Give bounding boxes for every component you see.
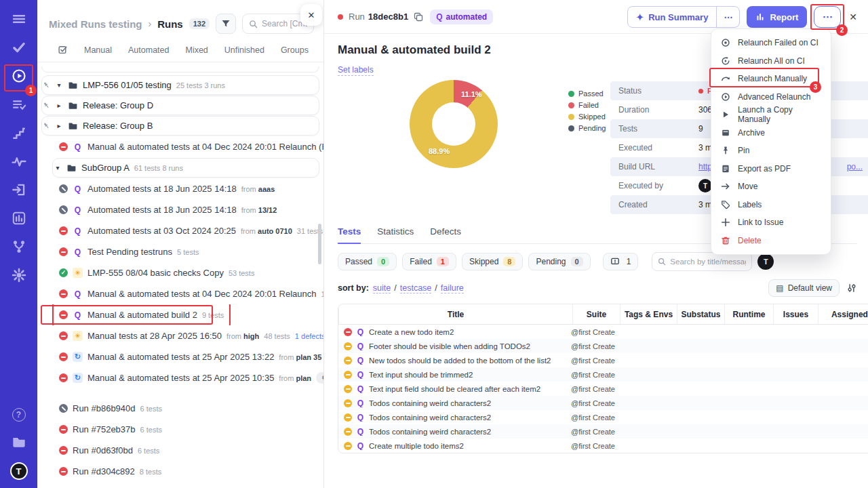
column-header[interactable]: Title (338, 304, 572, 324)
table-row[interactable]: Todos containing weird characters2 @firs… (338, 424, 868, 439)
default-view-button[interactable]: ▤Default view (768, 279, 840, 297)
run-list-item[interactable]: ▾ LMP-556 01/05 testing 25 tests 3 runs (41, 75, 319, 95)
menu-item[interactable]: Pin (711, 142, 831, 160)
run-list-item[interactable]: Manual tests at 28 Apr 2025 16:50 from h… (37, 325, 323, 346)
run-summary-button[interactable]: ✦Run Summary (628, 7, 716, 27)
sidebar-item[interactable] (11, 11, 27, 27)
menu-item[interactable]: Archive (711, 124, 831, 142)
sidebar-item[interactable] (11, 210, 27, 226)
table-row[interactable]: New todos should be added to the bottom … (338, 353, 868, 367)
chevron-icon[interactable]: ▸ (55, 102, 63, 109)
sidebar-item[interactable] (11, 96, 27, 113)
menu-item[interactable]: Move (711, 178, 831, 196)
runs-filter-tab[interactable]: Mixed (185, 45, 208, 55)
table-row[interactable]: Todos containing weird characters2 @firs… (338, 410, 868, 424)
sidebar-item[interactable] (11, 39, 27, 56)
menu-item[interactable]: Advanced Relaunch (711, 88, 831, 106)
filter-button[interactable] (216, 14, 236, 34)
select-runs-icon[interactable] (58, 45, 68, 55)
status-chip[interactable]: Pending 0 (528, 253, 590, 270)
detail-close-button[interactable]: ✕ (848, 10, 859, 24)
column-settings-icon[interactable] (846, 283, 857, 293)
menu-item[interactable]: Relaunch Failed on CI (711, 34, 831, 52)
runs-filter-tab[interactable]: Unfinished (224, 45, 264, 55)
table-row[interactable]: Create multiple todo items2 @first Creat… (338, 439, 868, 453)
menu-item[interactable]: Export as PDF (711, 160, 831, 178)
sort-by-failure[interactable]: failure (441, 283, 464, 293)
build-url-link-end[interactable]: po... (847, 162, 863, 171)
run-list-item[interactable]: Automated tests at 03 Oct 2024 20:25 fro… (37, 220, 323, 241)
tests-search-input[interactable] (670, 258, 746, 266)
run-list-item[interactable]: Run #0d63f0bd 6 tests (37, 440, 323, 461)
menu-item[interactable]: Launch a Copy Manually (711, 106, 831, 124)
sidebar-item[interactable] (11, 239, 27, 255)
run-list-item[interactable]: Automated tests at 18 Jun 2025 14:18 fro… (37, 178, 323, 199)
list-close-button[interactable]: ✕ (300, 4, 322, 26)
chevron-icon[interactable]: ▸ (55, 122, 63, 129)
detail-tab[interactable]: Statistics (377, 226, 414, 243)
menu-item[interactable]: Delete (711, 232, 831, 250)
column-header[interactable]: Suite (572, 304, 620, 324)
breadcrumb-parent[interactable]: Mixed Runs testing (49, 18, 142, 30)
runs-filter-tab[interactable]: Automated (128, 45, 169, 55)
menu-item[interactable]: Relaunch Manually (711, 70, 831, 88)
chevron-icon[interactable]: ▾ (54, 164, 62, 171)
status-chip[interactable]: Failed 1 (402, 253, 456, 270)
run-list-item[interactable]: ▾ SubGroup A 61 tests 8 runs (52, 158, 319, 178)
menu-item[interactable]: Labels (711, 196, 831, 214)
run-list-item[interactable]: ▸ Release: Group B (41, 116, 319, 136)
run-list-item[interactable]: Manual & automated tests at 25 Apr 2025 … (37, 346, 323, 367)
run-list-item[interactable]: Manual & automated tests at 25 Apr 2025 … (37, 367, 323, 388)
run-list-item[interactable]: LMP-555 08/04 basic checks Copy 53 tests (37, 262, 323, 283)
table-row[interactable]: Todos containing weird characters2 @firs… (338, 396, 868, 410)
sidebar-item[interactable] (11, 267, 27, 283)
runs-filter-tab[interactable]: Groups (281, 45, 309, 55)
table-row[interactable]: Text input field should be cleared after… (338, 382, 868, 396)
run-summary-more-button[interactable]: ⋯ (716, 7, 739, 27)
sidebar-item[interactable] (11, 68, 27, 84)
sidebar-item[interactable] (11, 182, 27, 198)
tests-search[interactable] (652, 252, 752, 271)
comments-filter-chip[interactable]: 1 (603, 253, 639, 270)
run-list-item[interactable]: Automated tests at 18 Jun 2025 14:18 fro… (37, 199, 323, 220)
column-header[interactable]: Runtime (724, 304, 773, 324)
menu-item[interactable]: Relaunch All on CI (711, 52, 831, 70)
assignee-filter-avatar[interactable]: T (757, 253, 774, 270)
status-chip[interactable]: Skipped 8 (462, 253, 524, 270)
run-more-actions-button[interactable]: ⋯ (814, 6, 841, 28)
chevron-icon[interactable]: ▾ (55, 81, 63, 89)
column-header[interactable]: Tags & Envs (620, 304, 677, 324)
status-chip[interactable]: Passed 0 (338, 253, 397, 270)
sort-by-suite[interactable]: suite (373, 283, 391, 293)
sort-by-testcase[interactable]: testcase (400, 283, 432, 293)
run-list-item[interactable]: Manual & automated tests at 04 Dec 2024 … (37, 283, 323, 304)
runs-filter-tab[interactable]: Manual (84, 45, 112, 55)
copy-icon[interactable] (414, 12, 423, 22)
user-avatar[interactable]: T (10, 462, 28, 480)
table-row[interactable]: Text input should be trimmed2 @first Cre… (338, 367, 868, 382)
help-icon[interactable]: ? (12, 408, 26, 422)
detail-tab[interactable]: Defects (430, 226, 461, 243)
detail-tab[interactable]: Tests (338, 226, 361, 244)
run-list-item[interactable]: Test Pending testruns 5 tests (37, 241, 323, 262)
run-list-item[interactable]: Run #b86b940d 6 tests (37, 398, 323, 419)
run-list-item[interactable]: Run #d304c892 8 tests (37, 461, 323, 482)
list-scrollbar[interactable] (318, 224, 321, 264)
report-button[interactable]: Report (747, 6, 807, 28)
run-list-item[interactable]: Run #26d30145 5 tests (37, 482, 323, 488)
column-header[interactable]: Issues (773, 304, 818, 324)
menu-item[interactable]: Link to Issue (711, 214, 831, 232)
run-list-item[interactable]: ▸ Release: Group D (41, 96, 319, 115)
set-labels-link[interactable]: Set labels (338, 65, 374, 76)
run-defects-link[interactable]: 1 defects (295, 332, 323, 340)
run-list-item[interactable]: Run #752eb37b 6 tests (37, 419, 323, 440)
projects-folder-icon[interactable] (11, 434, 27, 450)
sidebar-item[interactable] (11, 125, 27, 141)
sidebar-item[interactable] (11, 153, 27, 169)
run-list-item[interactable]: Manual & automated build 2 9 tests (37, 304, 323, 325)
table-row[interactable]: Footer should be visible when adding TOD… (338, 339, 868, 353)
column-header[interactable]: Substatus (677, 304, 724, 324)
column-header[interactable]: Assigned To (818, 304, 868, 324)
run-list-item[interactable]: Manual & automated tests at 04 Dec 2024 … (37, 136, 323, 157)
table-row[interactable]: Create a new todo item2 @first Create ..… (338, 325, 868, 339)
